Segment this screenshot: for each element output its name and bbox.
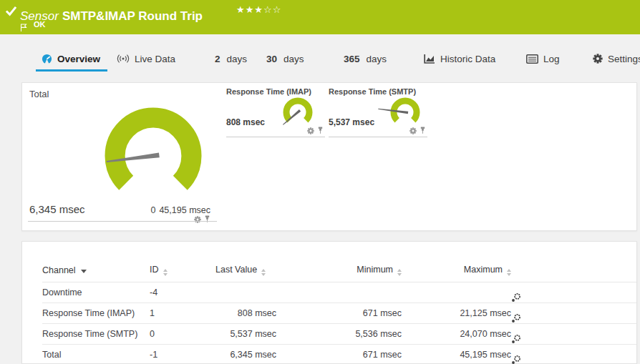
total-gauge-title: Total: [29, 89, 49, 99]
smtp-tile-divider: [329, 137, 427, 137]
star-empty-icon[interactable]: ☆: [263, 4, 273, 15]
sort-icon: [261, 269, 266, 276]
channel-settings-icon[interactable]: [511, 334, 636, 344]
sort-icon: [397, 269, 402, 276]
gauges-panel: Total 6,345 msec 0 45,195 msec Response …: [21, 82, 637, 231]
cell-last-value: 6,345 msec: [215, 344, 276, 364]
smtp-gauge-tile: Response Time (SMTP) 5,537 msec: [329, 87, 427, 134]
cell-maximum: 45,195 msec: [402, 344, 511, 364]
tab-label: Log: [543, 54, 560, 64]
gauge-settings-gear-icon[interactable]: [409, 127, 417, 134]
cell-id: -4: [150, 282, 215, 302]
cell-maximum: 24,070 msec: [402, 323, 511, 344]
cell-maximum: 21,125 msec: [402, 302, 511, 323]
table-row-smtp: Response Time (SMTP) 0 5,537 msec 5,536 …: [42, 323, 636, 344]
table-header-row: Channel ID Last Value Minimum Maximum: [42, 259, 636, 282]
channel-settings-icon[interactable]: [511, 313, 636, 323]
tab-label: Overview: [57, 54, 100, 64]
tab-number: 2: [215, 54, 220, 64]
cell-minimum: 671 msec: [276, 302, 402, 323]
total-gauge-scale-max: 45,195 msec: [159, 205, 210, 215]
broadcast-icon: [117, 54, 130, 64]
cell-last-value: [215, 282, 276, 302]
total-gauge: [96, 102, 210, 210]
tab-live-data[interactable]: Live Data: [117, 47, 175, 70]
column-header-last-value[interactable]: Last Value: [215, 259, 276, 282]
tab-overview[interactable]: Overview: [42, 47, 100, 70]
gear-icon: [593, 54, 603, 64]
tab-label: Settings: [608, 54, 640, 64]
area-chart-icon: [424, 54, 435, 64]
gauge-settings-gear-icon[interactable]: [307, 127, 314, 134]
priority-flag-icon[interactable]: [20, 24, 205, 32]
cell-id: -1: [150, 344, 215, 364]
tab-label: days: [227, 54, 248, 64]
cell-channel: Downtime: [42, 282, 150, 302]
tab-historic-data[interactable]: Historic Data: [424, 47, 495, 70]
cell-channel: Response Time (IMAP): [42, 302, 150, 323]
table-row-downtime: Downtime -4: [42, 282, 636, 302]
gauge-pin-icon[interactable]: [317, 127, 324, 134]
gauge-pin-icon[interactable]: [420, 127, 426, 134]
priority-stars[interactable]: ★★★☆☆: [236, 4, 281, 15]
cell-channel: Response Time (SMTP): [42, 323, 150, 344]
tab-2-days[interactable]: 2 days: [215, 47, 247, 70]
column-header-channel[interactable]: Channel: [42, 259, 150, 282]
cell-id: 0: [150, 323, 215, 344]
column-header-minimum[interactable]: Minimum: [276, 259, 402, 282]
gauge-settings-gear-icon[interactable]: [194, 216, 201, 223]
column-header-maximum[interactable]: Maximum: [402, 259, 511, 282]
tab-settings[interactable]: Settings: [593, 47, 640, 70]
tab-30-days[interactable]: 30 days: [266, 47, 304, 70]
star-filled-icon[interactable]: ★: [254, 4, 263, 15]
star-empty-icon[interactable]: ☆: [273, 4, 282, 15]
cell-last-value: 5,537 msec: [215, 323, 276, 344]
total-gauge-value: 6,345 msec: [29, 203, 85, 215]
cell-maximum: [402, 282, 511, 302]
imap-gauge-value: 808 msec: [226, 117, 265, 127]
cell-id: 1: [150, 302, 215, 323]
tab-label: Live Data: [135, 54, 175, 64]
column-header-id[interactable]: ID: [150, 259, 215, 282]
sensor-status-badge: OK: [34, 20, 46, 29]
smtp-gauge-value: 5,537 msec: [329, 117, 374, 127]
cell-minimum: 671 msec: [276, 344, 402, 364]
sort-desc-icon: [81, 270, 87, 273]
gauge-icon: [42, 54, 52, 64]
sensor-header: SensorSMTP&IMAP Round Trip ★★★☆☆ OK: [0, 0, 640, 34]
table-row-total: Total -1 6,345 msec 671 msec 45,195 msec: [42, 344, 636, 364]
imap-tile-divider: [226, 137, 325, 137]
status-ok-check-icon: [5, 6, 17, 16]
total-tile-divider: [28, 221, 217, 222]
channel-settings-icon[interactable]: [511, 292, 636, 302]
tab-365-days[interactable]: 365 days: [344, 47, 387, 70]
tab-number: 365: [344, 54, 360, 64]
tab-number: 30: [266, 54, 277, 64]
sort-icon: [507, 269, 511, 276]
cell-minimum: [276, 282, 402, 302]
gauge-pin-icon[interactable]: [204, 215, 210, 223]
tab-label: Historic Data: [440, 54, 495, 64]
table-row-imap: Response Time (IMAP) 1 808 msec 671 msec…: [42, 302, 636, 323]
channel-settings-icon[interactable]: [511, 355, 636, 364]
star-filled-icon[interactable]: ★: [246, 4, 255, 15]
channel-table: Channel ID Last Value Minimum Maximum Do…: [42, 259, 636, 364]
tab-log[interactable]: Log: [526, 47, 560, 70]
cell-last-value: 808 msec: [215, 302, 276, 323]
imap-gauge-tile: Response Time (IMAP) 808 msec: [226, 87, 325, 134]
tab-label: days: [367, 54, 387, 64]
sort-icon: [163, 269, 168, 276]
tab-bar: Overview Live Data 2 days 30 days 365 da…: [0, 47, 640, 72]
log-icon: [526, 54, 538, 64]
star-filled-icon[interactable]: ★: [236, 4, 246, 15]
tab-label: days: [283, 54, 304, 64]
cell-minimum: 5,536 msec: [276, 323, 402, 344]
channel-table-panel: Channel ID Last Value Minimum Maximum Do…: [21, 241, 637, 364]
cell-channel: Total: [42, 344, 150, 364]
sensor-title: SMTP&IMAP Round Trip: [62, 9, 203, 23]
